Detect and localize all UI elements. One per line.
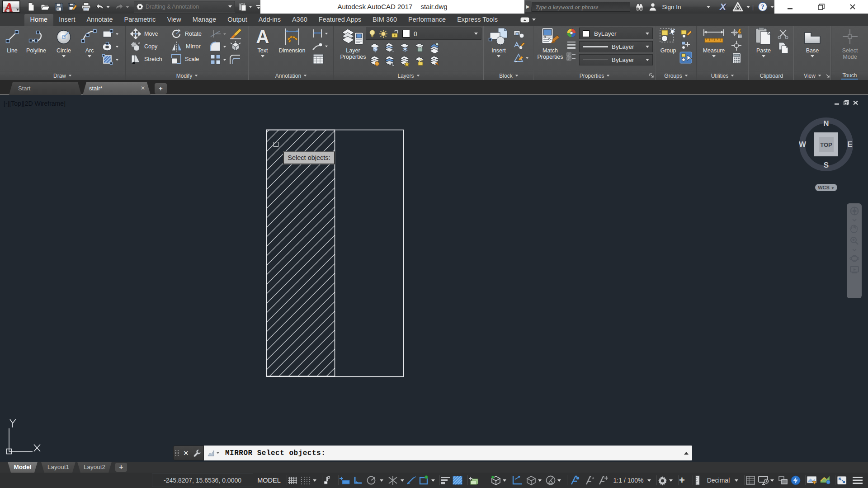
move-button[interactable]: Move: [130, 28, 158, 39]
layer-select-combo[interactable]: 0: [366, 28, 481, 40]
command-close-icon[interactable]: ✕: [183, 449, 189, 457]
exchange-apps-button[interactable]: X: [716, 0, 730, 14]
pan-hand-icon[interactable]: [849, 224, 859, 233]
drawing-area[interactable]: [-][Top][2D Wireframe] TOP N S W E WCS ▼: [0, 95, 868, 462]
ribbon-tab-insert[interactable]: Insert: [53, 14, 81, 26]
search-input[interactable]: Type a keyword or phrase: [532, 2, 630, 12]
recent-commands-icon[interactable]: [208, 450, 215, 456]
osnap-settings-button[interactable]: [418, 474, 430, 486]
clean-screen-button[interactable]: [806, 474, 817, 486]
ellipse-button[interactable]: [102, 41, 119, 52]
units-dropdown[interactable]: [735, 474, 738, 486]
qat-customize-button[interactable]: [256, 5, 261, 9]
search-button[interactable]: [632, 0, 646, 14]
application-menu-button[interactable]: A: [2, 0, 20, 13]
annotation-visibility-button[interactable]: [568, 474, 580, 486]
scale-button[interactable]: Scale: [171, 54, 199, 65]
ribbon-tab-annotate[interactable]: Annotate: [81, 14, 118, 26]
leader-button[interactable]: [311, 41, 328, 51]
panel-label-clipboard[interactable]: Clipboard: [749, 71, 794, 80]
help-button[interactable]: ?: [756, 0, 769, 14]
line-button[interactable]: Line: [2, 27, 23, 54]
workspace-switching-button[interactable]: [657, 474, 668, 486]
lineweight-display-button[interactable]: [440, 474, 451, 486]
panel-label-properties[interactable]: Properties: [534, 71, 656, 80]
command-prompt-text[interactable]: MIRROR Select objects:: [225, 449, 326, 457]
layout-tab-layout2[interactable]: Layout2: [77, 462, 112, 473]
navigation-bar[interactable]: [847, 203, 862, 298]
doc-close-icon[interactable]: [853, 100, 858, 105]
panel-label-layers[interactable]: Layers: [334, 71, 484, 80]
open-file-button[interactable]: [39, 1, 51, 13]
explode-button[interactable]: [229, 40, 242, 52]
layer-properties-button[interactable]: LayerProperties: [339, 27, 367, 60]
layer-previous-button[interactable]: [384, 56, 396, 67]
ribbon-tab-addins[interactable]: Add-ins: [253, 14, 286, 26]
workspace-dropdown-status[interactable]: [669, 474, 673, 486]
plot-button[interactable]: [80, 1, 92, 13]
annotation-scale-dropdown[interactable]: [557, 474, 561, 486]
wcs-menu[interactable]: WCS ▼: [815, 184, 837, 191]
stretch-button[interactable]: Stretch: [130, 54, 162, 65]
qat-paste-dropdown[interactable]: [249, 6, 252, 8]
object-snap-tracking-button[interactable]: [387, 474, 399, 486]
ribbon-tab-a360[interactable]: A360: [286, 14, 313, 26]
units-value[interactable]: Decimal: [703, 474, 733, 486]
transparency-button[interactable]: [452, 474, 463, 486]
selection-cycling-button[interactable]: [468, 474, 480, 486]
doc-restore-icon[interactable]: [844, 100, 849, 105]
customization-button[interactable]: [852, 474, 863, 486]
dynamic-input-button[interactable]: [525, 474, 537, 486]
ribbon-tab-output[interactable]: Output: [222, 14, 253, 26]
workspace-dropdown[interactable]: [228, 5, 232, 8]
snap-mode-button[interactable]: [323, 474, 333, 486]
layer-unlock-all-button[interactable]: [414, 56, 425, 67]
annotation-scale-value[interactable]: 1:1 / 100%: [610, 474, 646, 486]
new-file-button[interactable]: [25, 1, 37, 13]
infer-constraints-button[interactable]: [339, 474, 351, 486]
view-dialog-launcher-icon[interactable]: [825, 73, 830, 78]
select-mode-button[interactable]: SelectMode: [836, 27, 864, 60]
fullscreen-button[interactable]: [836, 474, 847, 486]
file-tab-stair[interactable]: stair*✕: [83, 82, 151, 95]
create-block-button[interactable]: [513, 29, 525, 39]
graphics-performance-button[interactable]: [758, 474, 769, 486]
array-button[interactable]: [210, 54, 226, 66]
command-history-up-icon[interactable]: [684, 452, 689, 455]
rectangle-button[interactable]: [102, 28, 119, 39]
viewport-controls[interactable]: [-][Top][2D Wireframe]: [4, 100, 66, 107]
window-minimize-button[interactable]: [774, 0, 806, 14]
panel-label-view[interactable]: View: [794, 71, 831, 80]
autoscale-button[interactable]: [584, 474, 595, 486]
copy-button[interactable]: Copy: [130, 41, 157, 52]
save-as-button[interactable]: [66, 1, 78, 13]
window-close-button[interactable]: [837, 0, 868, 14]
signin-menu[interactable]: Sign In: [659, 0, 684, 14]
navwheel-icon[interactable]: [849, 206, 859, 216]
recent-commands-dropdown[interactable]: [217, 452, 219, 454]
ribbon-tab-view[interactable]: View: [161, 14, 187, 26]
a360-button[interactable]: [731, 0, 745, 14]
offset-button[interactable]: [229, 54, 241, 66]
snap-grid-dropdown[interactable]: [313, 474, 316, 486]
new-layout-button[interactable]: +: [115, 463, 127, 472]
copy-clip-button[interactable]: [778, 42, 789, 54]
color-wheel-icon[interactable]: [566, 28, 576, 38]
zoom-icon[interactable]: [849, 236, 859, 246]
layer-off-button[interactable]: [369, 42, 381, 53]
linetype-list-icon[interactable]: [566, 52, 576, 61]
scale-dropdown[interactable]: [647, 474, 651, 486]
object-color-combo[interactable]: ByLayer: [579, 28, 653, 39]
erase-button[interactable]: [229, 28, 242, 40]
signin-avatar-button[interactable]: [647, 0, 659, 14]
command-line-dock[interactable]: ✕ MIRROR Select objects:: [173, 446, 692, 460]
text-button[interactable]: A Text: [253, 27, 273, 57]
orbit-icon[interactable]: [849, 254, 859, 263]
define-attributes-button[interactable]: [513, 41, 525, 52]
qat-paste-button[interactable]: [237, 1, 249, 13]
measure-button[interactable]: Measure: [699, 27, 728, 57]
ribbon-tab-express-tools[interactable]: Express Tools: [452, 14, 504, 26]
properties-dialog-launcher-icon[interactable]: [649, 73, 654, 78]
group-button[interactable]: Group: [657, 27, 679, 54]
annotation-monitor-button[interactable]: +: [679, 474, 685, 486]
